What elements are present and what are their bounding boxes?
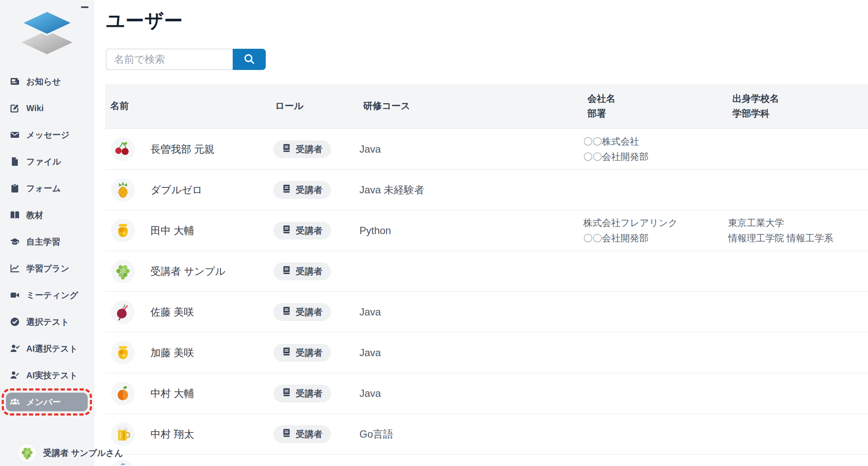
sidebar-item-self-study[interactable]: 自主学習 xyxy=(6,232,88,251)
role-badge-label: 受講者 xyxy=(296,347,323,359)
role-badge-label: 受講者 xyxy=(296,225,323,237)
news-icon xyxy=(9,76,20,87)
course-cell: Java xyxy=(358,388,582,399)
app-window: お知らせ Wiki メッセージ ファイル xyxy=(0,0,868,466)
user-name: 佐藤 美咲 xyxy=(150,305,194,319)
sidebar-item-wiki[interactable]: Wiki xyxy=(6,99,88,117)
sidebar-item-materials[interactable]: 教材 xyxy=(6,206,88,224)
search-input[interactable] xyxy=(106,49,233,70)
file-icon xyxy=(9,156,20,167)
role-badge: 受講者 xyxy=(273,425,331,443)
book-icon xyxy=(282,184,291,195)
user-name: ダブルゼロ xyxy=(150,183,203,197)
book-icon xyxy=(282,347,291,358)
sidebar-item-choice-test[interactable]: 選択テスト xyxy=(6,313,88,331)
avatar-beer-mug-icon xyxy=(111,422,135,446)
avatar-cherries-icon xyxy=(111,137,135,161)
sidebar-item-label: お知らせ xyxy=(26,76,61,87)
sidebar-user-name: 受講者 サンプルさん xyxy=(43,447,123,459)
avatar-honey-pot-icon xyxy=(111,219,135,243)
user-name: 加藤 美咲 xyxy=(150,346,194,360)
sidebar-item-announcements[interactable]: お知らせ xyxy=(6,72,88,91)
table-header-row: 名前 ロール 研修コース 会社名 部署 出身学校名 学部学科 xyxy=(105,84,868,128)
table-row[interactable]: 佐藤 美咲 受講者 Java xyxy=(105,291,868,332)
sidebar-item-forms[interactable]: フォーム xyxy=(6,179,88,198)
sidebar-item-label: フォーム xyxy=(26,183,61,194)
avatar-honey-pot-icon xyxy=(111,341,135,365)
table-row[interactable]: 中村 大輔 受講者 Java xyxy=(105,373,868,413)
app-logo[interactable] xyxy=(19,10,75,57)
sidebar-item-label: 教材 xyxy=(26,209,43,221)
clipboard-icon xyxy=(9,183,20,194)
sidebar-item-label: メッセージ xyxy=(26,129,70,141)
column-header-school: 出身学校名 学部学科 xyxy=(727,92,868,120)
table-row[interactable]: 受講者 サンプル 受講者 xyxy=(105,251,868,291)
role-badge-label: 受講者 xyxy=(296,428,323,440)
table-row[interactable]: 加藤 美咲 受講者 Java xyxy=(105,332,868,373)
video-camera-icon xyxy=(9,290,20,301)
sidebar: お知らせ Wiki メッセージ ファイル xyxy=(0,0,94,466)
sidebar-item-label: ミーティング xyxy=(26,290,78,301)
sidebar-item-label: 自主学習 xyxy=(26,236,60,248)
check-circle-icon xyxy=(9,316,20,327)
school-cell: 東京工業大学情報理工学院 情報工学系 xyxy=(727,215,868,245)
column-header-role: ロール xyxy=(270,99,358,113)
table-row[interactable]: 長曽我部 元親 受講者 Java 〇〇株式会社〇〇会社開発部 xyxy=(105,128,868,169)
avatar-beet-icon xyxy=(111,300,135,324)
role-badge-label: 受講者 xyxy=(296,388,323,399)
user-name: 田中 大輔 xyxy=(150,224,194,237)
company-cell: 〇〇株式会社〇〇会社開発部 xyxy=(582,134,727,164)
column-header-company: 会社名 部署 xyxy=(582,92,727,120)
sidebar-item-label: 学習プラン xyxy=(26,263,69,274)
course-cell: Java xyxy=(358,143,582,155)
graduation-cap-icon xyxy=(9,236,20,247)
sidebar-user-profile[interactable]: 受講者 サンプルさん xyxy=(18,444,123,462)
avatar-pineapple-icon xyxy=(111,178,135,202)
table-row-partial[interactable] xyxy=(105,454,868,465)
sidebar-item-label: AI選択テスト xyxy=(26,343,78,354)
sidebar-item-messages[interactable]: メッセージ xyxy=(6,126,88,144)
course-cell: Java xyxy=(358,347,582,359)
role-badge-label: 受講者 xyxy=(296,306,323,318)
sidebar-item-label: Wiki xyxy=(26,103,44,113)
table-row[interactable]: 田中 大輔 受講者 Python 株式会社フレアリンク〇〇会社開発部 東京工業大… xyxy=(105,210,868,251)
people-icon xyxy=(9,396,20,407)
sidebar-item-ai-practical-test[interactable]: AI実技テスト xyxy=(6,366,88,385)
user-avatar-green-grapes-icon xyxy=(18,444,36,462)
user-name: 長曽我部 元親 xyxy=(150,142,214,156)
open-book-icon xyxy=(9,209,20,220)
book-icon xyxy=(282,306,291,318)
search-bar xyxy=(106,49,266,70)
role-badge-label: 受講者 xyxy=(296,143,323,155)
person-check-icon xyxy=(9,343,20,354)
sidebar-item-ai-choice-test[interactable]: AI選択テスト xyxy=(6,339,88,358)
company-cell: 株式会社フレアリンク〇〇会社開発部 xyxy=(582,215,727,245)
role-badge: 受講者 xyxy=(273,222,331,240)
search-icon xyxy=(243,53,256,67)
role-badge: 受講者 xyxy=(273,181,331,199)
sidebar-collapse-button[interactable] xyxy=(81,6,89,8)
sidebar-item-label: メンバー xyxy=(26,396,61,408)
course-cell: Go言語 xyxy=(358,427,582,441)
role-badge: 受講者 xyxy=(273,385,331,402)
book-icon xyxy=(282,225,291,236)
sidebar-item-learning-plan[interactable]: 学習プラン xyxy=(6,259,88,278)
role-badge-label: 受講者 xyxy=(296,184,323,196)
sidebar-item-label: AI実技テスト xyxy=(26,370,78,381)
book-icon xyxy=(282,388,291,399)
book-icon xyxy=(282,143,291,155)
sidebar-item-files[interactable]: ファイル xyxy=(6,152,88,171)
main-content: ユーザー 名前 ロール 研修コース 会社名 部署 出身学校名 学部学科 xyxy=(94,0,868,466)
role-badge: 受講者 xyxy=(273,262,331,280)
logo-layer-blue xyxy=(22,11,72,35)
sidebar-item-meetings[interactable]: ミーティング xyxy=(6,286,88,304)
pencil-square-icon xyxy=(9,103,20,114)
avatar-green-grapes-icon xyxy=(111,260,135,283)
sidebar-nav: お知らせ Wiki メッセージ ファイル xyxy=(0,72,94,411)
table-row[interactable]: ダブルゼロ 受講者 Java 未経験者 xyxy=(105,169,868,210)
line-chart-icon xyxy=(9,263,20,274)
table-row[interactable]: 中村 翔太 受講者 Go言語 xyxy=(105,413,868,454)
search-button[interactable] xyxy=(233,49,266,70)
sidebar-item-members[interactable]: メンバー xyxy=(6,393,88,411)
role-badge: 受講者 xyxy=(273,344,331,362)
